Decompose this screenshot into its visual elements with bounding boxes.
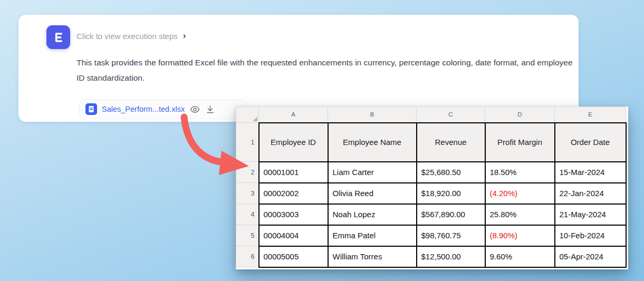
cell-a5: 00004004 [259,225,328,246]
message-text: This task provides the formatted Excel f… [76,55,583,85]
cell-e4: 21-May-2024 [555,204,626,225]
preview-eye-icon[interactable] [189,104,200,115]
row-header-2: 2 [236,162,259,183]
cell-d6: 9.60% [485,246,555,267]
execution-steps-toggle[interactable]: Click to view execution steps › [76,32,186,41]
header-cell-revenue: Revenue [417,123,485,162]
cell-a2: 00001001 [259,162,328,183]
download-icon[interactable] [205,104,215,114]
sheet-row-3: 3 00002002 Olivia Reed $18,920.00 (4.20%… [236,183,626,204]
file-name: Sales_Perform...ted.xlsx [102,105,185,113]
chevron-right-icon: › [183,31,186,40]
cell-e3: 22-Jan-2024 [555,183,626,204]
header-cell-profit-margin: Profit Margin [485,123,555,162]
cell-b4: Noah Lopez [328,204,417,225]
column-letter-row: A B C D E [236,107,626,123]
spreadsheet-preview: A B C D E 1 Employee ID Employee Name Re… [236,106,628,269]
column-header-b: B [328,107,417,123]
cell-e6: 05-Apr-2024 [555,246,626,267]
cell-d2: 18.50% [485,162,555,183]
column-header-e: E [555,107,626,123]
select-all-corner [236,107,259,123]
header-cell-order-date: Order Date [555,123,626,162]
cell-b6: William Torres [328,246,417,267]
chat-message-card: Click to view execution steps › This tas… [18,15,579,122]
sheet-row-2: 2 00001001 Liam Carter $25,680.50 18.50%… [236,162,626,183]
execution-steps-label: Click to view execution steps [76,32,178,41]
cell-b2: Liam Carter [328,162,417,183]
cell-a3: 00002002 [259,183,328,204]
header-cell-employee-id: Employee ID [259,123,328,162]
column-header-a: A [259,107,328,123]
cell-c6: $12,500.00 [417,246,485,267]
cell-c3: $18,920.00 [417,183,485,204]
sheet-row-6: 6 00005005 William Torres $12,500.00 9.6… [236,246,626,267]
agent-logo-icon [46,25,70,49]
row-header-3: 3 [236,183,259,204]
cell-e2: 15-Mar-2024 [555,162,626,183]
header-cell-employee-name: Employee Name [328,123,417,162]
column-header-c: C [417,107,485,123]
excel-file-icon [85,103,97,115]
row-header-1: 1 [236,123,259,162]
sheet-row-4: 4 00003003 Noah Lopez $567,890.00 25.80%… [236,204,626,225]
cell-b3: Olivia Reed [328,183,417,204]
cell-b5: Emma Patel [328,225,417,246]
cell-c2: $25,680.50 [417,162,485,183]
cell-e5: 10-Feb-2024 [555,225,626,246]
file-attachment-chip[interactable]: Sales_Perform...ted.xlsx [79,99,247,119]
cell-c5: $98,760.75 [417,225,485,246]
cell-d5: (8.90%) [485,225,555,246]
sheet-row-5: 5 00004004 Emma Patel $98,760.75 (8.90%)… [236,225,626,246]
cell-a4: 00003003 [259,204,328,225]
corner-triangle-icon [253,117,257,121]
row-header-6: 6 [236,246,259,267]
cell-d3: (4.20%) [485,183,555,204]
sheet-row-1: 1 Employee ID Employee Name Revenue Prof… [236,123,626,162]
column-header-d: D [485,107,555,123]
row-header-5: 5 [236,225,259,246]
spreadsheet: A B C D E 1 Employee ID Employee Name Re… [236,106,627,268]
cell-a6: 00005005 [259,246,328,267]
cell-c4: $567,890.00 [417,204,485,225]
row-header-4: 4 [236,204,259,225]
cell-d4: 25.80% [485,204,555,225]
